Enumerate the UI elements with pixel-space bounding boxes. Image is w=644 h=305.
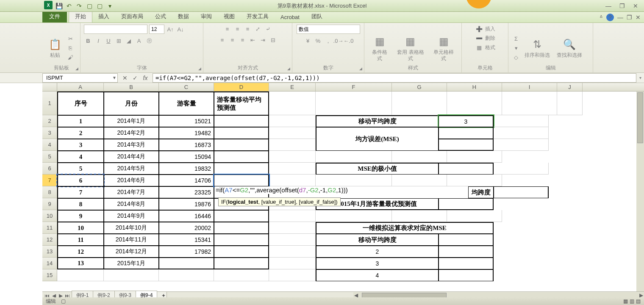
alignment-launcher-icon[interactable]: ◢ (287, 67, 290, 71)
row-header-15[interactable]: 15 (42, 269, 57, 281)
cell-d7[interactable] (214, 175, 269, 186)
cell-c15[interactable] (159, 269, 214, 281)
cell-d3[interactable] (214, 127, 269, 139)
ribbon-collapse-icon[interactable]: ᐞ (600, 14, 603, 21)
align-left-icon[interactable]: ≡ (218, 36, 227, 44)
format-cells-icon[interactable]: ▦ (475, 43, 483, 52)
tab-team[interactable]: 团队 (305, 11, 328, 22)
autosum-icon[interactable]: Σ (512, 35, 520, 43)
vscroll-thumb[interactable] (637, 92, 643, 143)
cell-b10[interactable]: 2014年9月 (104, 210, 159, 222)
cell-e5[interactable] (269, 151, 316, 163)
cell-a14[interactable]: 13 (57, 258, 104, 269)
cell-b13[interactable]: 2014年12月 (104, 246, 159, 258)
col-header-h[interactable]: H (447, 83, 502, 91)
cell-g1[interactable] (392, 92, 447, 115)
col-header-c[interactable]: C (159, 83, 214, 91)
cell-d13[interactable] (214, 246, 269, 258)
number-launcher-icon[interactable]: ◢ (359, 67, 362, 71)
cell-c13[interactable]: 17982 (159, 246, 214, 258)
cell-c7[interactable]: 14706 (159, 175, 214, 186)
col-header-j[interactable]: J (557, 83, 583, 91)
row-header-13[interactable]: 13 (42, 246, 57, 258)
cell-c6[interactable]: 19832 (159, 163, 214, 175)
cell-f13[interactable]: 2 (316, 246, 439, 258)
col-header-b[interactable]: B (104, 83, 159, 91)
cell-b15[interactable] (104, 269, 159, 281)
cell-styles-button[interactable]: ▦单元格样式 (430, 33, 458, 63)
cell-h6[interactable] (494, 163, 549, 175)
cell-e1[interactable] (269, 92, 316, 115)
help-icon[interactable]: ? (606, 14, 614, 21)
cell-b2[interactable]: 2014年1月 (104, 115, 159, 127)
qat-more-icon[interactable]: ▾ (106, 2, 114, 10)
border-icon[interactable]: ⊞ (114, 36, 123, 45)
align-top-icon[interactable]: ≡ (223, 25, 232, 33)
comma-icon[interactable]: , (324, 36, 333, 45)
cell-b1[interactable]: 月份 (104, 92, 159, 115)
cell-h5[interactable] (447, 151, 502, 163)
cell-e13[interactable] (269, 246, 316, 258)
cell-d6[interactable] (214, 163, 269, 175)
doc-minimize-icon[interactable]: — (617, 14, 623, 21)
cell-f7[interactable] (316, 175, 392, 186)
fx-icon[interactable]: fx (141, 74, 150, 82)
select-all-corner[interactable] (42, 83, 57, 91)
cell-a12[interactable]: 11 (57, 234, 104, 246)
dec-decimal-icon[interactable]: ←.0 (344, 36, 353, 45)
formula-bar-input[interactable]: =if(A7<=G2,"",average(offset(d7,-G2,-1,G… (153, 73, 636, 83)
cell-d11[interactable] (214, 222, 269, 234)
file-tab[interactable]: 文件 (42, 11, 67, 22)
font-size-input[interactable] (149, 25, 164, 34)
cell-e14[interactable] (269, 258, 316, 269)
cell-b8[interactable]: 2014年7月 (104, 186, 159, 198)
cell-a13[interactable]: 12 (57, 246, 104, 258)
open-icon[interactable]: ▢ (96, 2, 103, 10)
col-header-f[interactable]: F (316, 83, 392, 91)
namebox-dropdown-icon[interactable]: ▼ (112, 75, 117, 80)
cell-f5[interactable] (316, 151, 392, 163)
formula-expand-icon[interactable]: ▾ (636, 75, 644, 80)
cut-icon[interactable]: ✂ (66, 35, 75, 43)
underline-icon[interactable]: U (104, 36, 113, 45)
new-icon[interactable]: ▢ (86, 2, 93, 10)
row-header-10[interactable]: 10 (42, 210, 57, 222)
minimize-button[interactable]: — (603, 2, 613, 10)
cell-d14[interactable] (214, 258, 269, 269)
name-box[interactable]: ISPMT▼ (42, 73, 118, 83)
clear-icon[interactable]: ◇ (512, 53, 520, 62)
align-mid-icon[interactable]: ≡ (233, 25, 242, 33)
cell-f3[interactable]: 均方误差(MSE) (316, 127, 439, 151)
italic-icon[interactable]: I (94, 36, 103, 45)
col-header-d[interactable]: D (214, 83, 269, 91)
view-layout-icon[interactable]: ▥ (630, 298, 634, 304)
cell-f14[interactable]: 3 (316, 258, 439, 269)
cell-e15[interactable] (269, 269, 316, 281)
conditional-format-button[interactable]: ▦条件格式 (368, 33, 391, 63)
macro-record-icon[interactable]: ▢ (61, 298, 66, 304)
col-header-i[interactable]: I (502, 83, 557, 91)
cell-c11[interactable]: 20002 (159, 222, 214, 234)
cell-j1[interactable] (557, 92, 583, 115)
cell-b9[interactable]: 2014年8月 (104, 198, 159, 210)
doc-close-icon[interactable]: ✕ (636, 14, 641, 21)
confirm-formula-icon[interactable]: ✓ (130, 74, 140, 82)
percent-icon[interactable]: % (314, 36, 322, 45)
cell-d12[interactable] (214, 234, 269, 246)
cell-f10[interactable] (316, 210, 392, 222)
row-header-12[interactable]: 12 (42, 234, 57, 246)
cell-a5[interactable]: 4 (57, 151, 104, 163)
cell-g10[interactable] (392, 210, 447, 222)
cell-c9[interactable]: 19876 (159, 198, 214, 210)
row-header-14[interactable]: 14 (42, 258, 57, 269)
cell-h1[interactable] (447, 92, 502, 115)
cancel-formula-icon[interactable]: ✕ (120, 74, 130, 82)
insert-cells-icon[interactable]: ➕ (475, 25, 483, 33)
cell-f12[interactable]: 移动平均跨度 (316, 234, 439, 246)
doc-restore-icon[interactable]: ❐ (627, 14, 632, 21)
align-bot-icon[interactable]: ≡ (244, 25, 252, 33)
format-painter-icon[interactable]: 🖌 (66, 53, 75, 62)
tab-acrobat[interactable]: Acrobat (275, 12, 305, 22)
cell-g4[interactable] (439, 139, 494, 151)
cell-b5[interactable]: 2014年4月 (104, 151, 159, 163)
